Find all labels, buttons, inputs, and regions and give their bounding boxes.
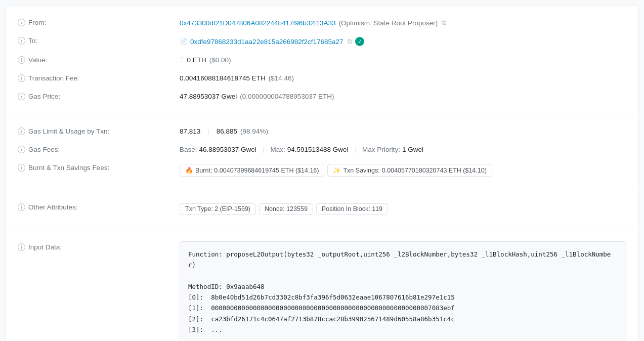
value-info-icon[interactable]: i: [18, 56, 25, 64]
inputdata-label: i Input Data:: [18, 241, 180, 251]
txfee-label: i Transaction Fee:: [18, 74, 180, 82]
contract-file-icon: 📄: [180, 38, 187, 45]
max-value: 94.591513488 Gwei: [287, 146, 349, 153]
attributes-info-icon[interactable]: i: [18, 203, 25, 211]
position-badge: Position In Block: 119: [316, 203, 388, 215]
value-amount: 0 ETH: [187, 56, 206, 64]
attributes-value: Txn Type: 2 (EIP-1559) Nonce: 123559 Pos…: [180, 203, 626, 215]
input-data-content: Function: proposeL2Output(bytes32 _outpu…: [188, 249, 618, 335]
burnt-badge: 🔥 Burnt: 0.00407399684619745 ETH ($14.16…: [180, 164, 324, 177]
maxpriority-value: 1 Gwei: [402, 146, 423, 153]
divider-1: |: [207, 127, 209, 135]
to-copy-icon[interactable]: ⧉: [348, 37, 352, 46]
attributes-label: i Other Attributes:: [18, 203, 180, 211]
savings-label-text: Txn Savings:: [343, 167, 379, 174]
gaslimit-usage: 86,885: [217, 127, 237, 135]
input-data-box: Function: proposeL2Output(bytes32 _outpu…: [180, 241, 626, 341]
from-label: i From:: [18, 19, 180, 26]
nonce-label: Nonce:: [265, 205, 285, 212]
from-address-link[interactable]: 0x473300df21D047806A082244b417f96b32f13A…: [180, 19, 336, 27]
eth-icon: Ξ: [180, 56, 184, 64]
txfee-value: 0.00416088184619745 ETH ($14.46): [180, 74, 626, 82]
gaslimit-value: 87,813 | 86,885 (98.94%): [180, 127, 626, 135]
txfee-amount: 0.00416088184619745 ETH: [180, 74, 266, 82]
txfee-info-icon[interactable]: i: [18, 74, 25, 82]
burnt-value: 🔥 Burnt: 0.00407399684619745 ETH ($14.16…: [180, 164, 626, 177]
max-label: Max:: [270, 146, 285, 153]
to-label: i To:: [18, 37, 180, 45]
nonce-value: 123559: [286, 205, 308, 212]
base-label: Base:: [180, 146, 197, 153]
gasprice-info-icon[interactable]: i: [18, 93, 25, 100]
base-value: 46.88953037 Gwei: [199, 146, 256, 153]
value-value: Ξ 0 ETH ($0.00): [180, 56, 626, 64]
gaslimit-label: i Gas Limit & Usage by Txn:: [18, 127, 180, 135]
gasprice-eth: (0.000000004788953037 ETH): [240, 93, 334, 100]
gasfees-value: Base: 46.88953037 Gwei | Max: 94.5915134…: [180, 146, 626, 153]
to-address-link[interactable]: 0xdfe97868233d1aa22e815a266982f2cf17685a…: [190, 38, 344, 46]
gasprice-label: i Gas Price:: [18, 93, 180, 100]
sparkle-icon: ✨: [333, 166, 341, 174]
txn-type-value: 2 (EIP-1559): [214, 205, 250, 212]
from-value: 0x473300df21D047806A082244b417f96b32f13A…: [180, 19, 626, 27]
gaslimit-pct: (98.94%): [240, 127, 268, 135]
txn-type-label: Txn Type:: [185, 205, 213, 212]
gaslimit-limit: 87,813: [180, 127, 200, 135]
burnt-label: i Burnt & Txn Savings Fees:: [18, 164, 180, 172]
gasprice-value: 47.88953037 Gwei (0.000000004788953037 E…: [180, 93, 626, 100]
from-address-label: (Optimism: State Root Proposer): [339, 19, 438, 27]
divider-3: |: [355, 146, 357, 153]
gasfees-label: i Gas Fees:: [18, 146, 180, 153]
gaslimit-info-icon[interactable]: i: [18, 127, 25, 135]
to-verified-icon: ✓: [355, 37, 364, 46]
savings-amount: 0.00405770180320743 ETH ($14.10): [382, 167, 487, 174]
burnt-label-text: Burnt:: [195, 167, 212, 174]
to-value: 📄 0xdfe97868233d1aa22e815a266982f2cf1768…: [180, 37, 626, 46]
gasfees-info-icon[interactable]: i: [18, 146, 25, 153]
burnt-info-icon[interactable]: i: [18, 164, 25, 172]
maxpriority-label: Max Priority:: [362, 146, 400, 153]
savings-badge: ✨ Txn Savings: 0.00405770180320743 ETH (…: [327, 164, 492, 177]
position-label: Position In Block:: [322, 205, 370, 212]
divider-2: |: [263, 146, 265, 153]
from-info-icon[interactable]: i: [18, 19, 25, 26]
fire-icon: 🔥: [185, 166, 193, 174]
nonce-badge: Nonce: 123559: [259, 203, 313, 215]
value-usd: ($0.00): [209, 56, 231, 64]
value-label: i Value:: [18, 56, 180, 64]
gasprice-gwei: 47.88953037 Gwei: [180, 93, 237, 100]
from-copy-icon[interactable]: ⧉: [442, 19, 446, 27]
to-info-icon[interactable]: i: [18, 37, 25, 45]
inputdata-value: Function: proposeL2Output(bytes32 _outpu…: [180, 241, 626, 341]
txn-type-badge: Txn Type: 2 (EIP-1559): [180, 203, 256, 215]
txfee-usd: ($14.46): [269, 74, 294, 82]
inputdata-info-icon[interactable]: i: [18, 243, 25, 251]
position-value: 119: [372, 205, 382, 212]
burnt-amount: 0.00407399684619745 ETH ($14.16): [214, 167, 319, 174]
